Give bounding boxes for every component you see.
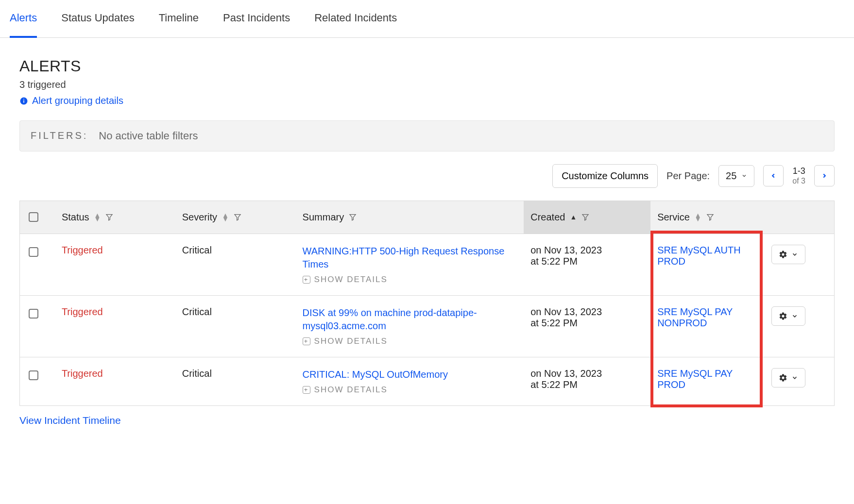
svg-marker-5 <box>350 215 356 220</box>
select-all-checkbox[interactable] <box>29 212 38 222</box>
svg-marker-3 <box>106 215 112 220</box>
created-time: at 5:22 PM <box>530 318 644 329</box>
created-time: at 5:22 PM <box>530 256 644 267</box>
table-row: Triggered Critical DISK at 99% on machin… <box>20 295 835 357</box>
tabs-nav: Alerts Status Updates Timeline Past Inci… <box>0 0 854 38</box>
expand-icon: + <box>303 276 310 284</box>
created-time: at 5:22 PM <box>530 379 644 390</box>
customize-columns-button[interactable]: Customize Columns <box>552 164 658 188</box>
tab-related-incidents[interactable]: Related Incidents <box>314 0 397 38</box>
header-service-label: Service <box>657 212 690 223</box>
filter-icon[interactable] <box>349 213 357 221</box>
per-page-value: 25 <box>726 170 736 182</box>
row-actions-button[interactable] <box>771 368 805 387</box>
gear-icon <box>779 250 787 259</box>
header-status-label: Status <box>62 212 89 223</box>
gear-icon <box>779 373 787 382</box>
filter-icon[interactable] <box>105 213 113 221</box>
show-details-label: SHOW DETAILS <box>314 275 388 285</box>
row-checkbox[interactable] <box>29 309 38 319</box>
tab-past-incidents[interactable]: Past Incidents <box>223 0 290 38</box>
per-page-select[interactable]: 25 <box>718 165 754 187</box>
alert-summary-link[interactable]: CRITICAL: MySQL OutOfMemory <box>303 368 517 381</box>
pager-total: of 3 <box>792 176 805 185</box>
status-value: Triggered <box>62 306 103 317</box>
header-service[interactable]: Service ▲▼ <box>650 201 765 234</box>
header-select-all <box>20 201 55 234</box>
svg-rect-1 <box>23 100 24 102</box>
severity-value: Critical <box>182 306 212 317</box>
alert-grouping-link[interactable]: Alert grouping details <box>19 95 123 106</box>
row-actions-button[interactable] <box>771 306 805 326</box>
table-row: Triggered Critical WARNING:HTTP 500-High… <box>20 234 835 295</box>
filters-bar: FILTERS: No active table filters <box>19 120 835 151</box>
show-details-toggle[interactable]: + SHOW DETAILS <box>303 336 388 346</box>
svg-rect-2 <box>23 99 24 100</box>
expand-icon: + <box>303 337 310 345</box>
alert-summary-link[interactable]: WARNING:HTTP 500-High Request Response T… <box>303 245 517 271</box>
row-checkbox[interactable] <box>29 370 38 380</box>
show-details-label: SHOW DETAILS <box>314 336 388 346</box>
header-actions <box>765 201 835 234</box>
filter-icon[interactable] <box>581 213 589 221</box>
expand-icon: + <box>303 386 310 394</box>
table-toolbar: Customize Columns Per Page: 25 1-3 of 3 <box>19 164 835 188</box>
service-link[interactable]: SRE MySQL PAY PROD <box>657 368 733 390</box>
pager-next-button[interactable] <box>814 165 835 186</box>
chevron-down-icon <box>741 173 747 179</box>
svg-marker-7 <box>707 215 713 220</box>
filters-label: FILTERS: <box>31 130 88 141</box>
header-summary-label: Summary <box>303 212 344 223</box>
severity-value: Critical <box>182 245 212 255</box>
svg-marker-4 <box>235 215 240 220</box>
alerts-table-wrap: Status ▲▼ Severity ▲▼ <box>19 201 835 406</box>
view-incident-timeline-link[interactable]: View Incident Timeline <box>19 415 121 426</box>
service-link[interactable]: SRE MySQL PAY NONPROD <box>657 306 733 328</box>
show-details-toggle[interactable]: + SHOW DETAILS <box>303 385 388 395</box>
per-page-label: Per Page: <box>666 170 710 182</box>
header-severity-label: Severity <box>182 212 217 223</box>
header-created-label: Created <box>530 212 565 223</box>
page-title: ALERTS <box>19 57 835 75</box>
header-created[interactable]: Created ▲ <box>524 201 650 234</box>
row-actions-button[interactable] <box>771 245 805 264</box>
svg-marker-6 <box>582 215 588 220</box>
pager-info: 1-3 of 3 <box>792 166 805 186</box>
tab-timeline[interactable]: Timeline <box>159 0 199 38</box>
show-details-label: SHOW DETAILS <box>314 385 388 395</box>
severity-value: Critical <box>182 368 212 379</box>
customize-columns-label: Customize Columns <box>562 170 649 182</box>
chevron-down-icon <box>791 313 798 319</box>
filter-icon[interactable] <box>706 213 714 221</box>
tab-status-updates[interactable]: Status Updates <box>61 0 134 38</box>
created-date: on Nov 13, 2023 <box>530 306 644 318</box>
created-date: on Nov 13, 2023 <box>530 245 644 256</box>
chevron-down-icon <box>791 374 798 381</box>
header-status[interactable]: Status ▲▼ <box>55 201 175 234</box>
triggered-count: 3 triggered <box>19 79 835 90</box>
alert-summary-link[interactable]: DISK at 99% on machine prod-datapipe-mys… <box>303 306 517 333</box>
pager-prev-button[interactable] <box>763 165 784 186</box>
header-summary[interactable]: Summary <box>296 201 524 234</box>
info-icon <box>19 97 28 105</box>
row-checkbox[interactable] <box>29 247 38 257</box>
created-date: on Nov 13, 2023 <box>530 368 644 379</box>
service-link[interactable]: SRE MySQL AUTH PROD <box>657 245 741 267</box>
alerts-table: Status ▲▼ Severity ▲▼ <box>19 201 835 406</box>
filter-icon[interactable] <box>234 213 241 221</box>
sort-icon: ▲▼ <box>695 213 701 221</box>
header-severity[interactable]: Severity ▲▼ <box>175 201 296 234</box>
sort-asc-icon: ▲ <box>570 215 577 219</box>
tab-alerts[interactable]: Alerts <box>10 0 37 38</box>
pager-range: 1-3 <box>793 166 805 176</box>
status-value: Triggered <box>62 368 103 379</box>
gear-icon <box>779 312 787 320</box>
show-details-toggle[interactable]: + SHOW DETAILS <box>303 275 388 285</box>
alert-grouping-label: Alert grouping details <box>32 95 123 106</box>
chevron-down-icon <box>791 251 798 258</box>
sort-icon: ▲▼ <box>94 213 101 221</box>
table-row: Triggered Critical CRITICAL: MySQL OutOf… <box>20 357 835 405</box>
filters-text: No active table filters <box>99 130 198 142</box>
sort-icon: ▲▼ <box>222 213 229 221</box>
status-value: Triggered <box>62 245 103 255</box>
